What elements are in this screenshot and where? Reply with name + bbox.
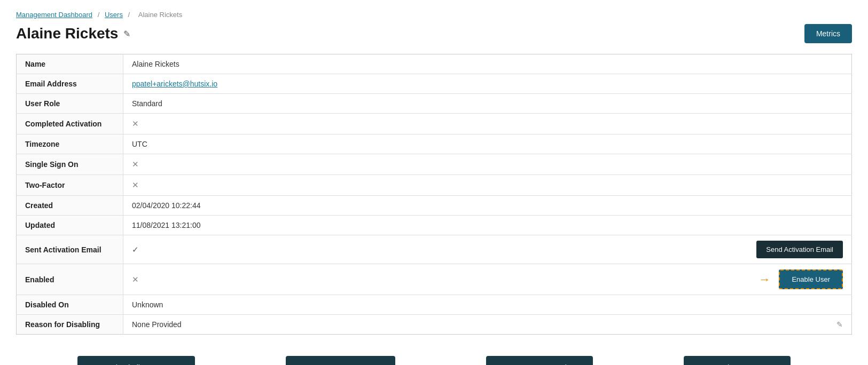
- field-label-timezone: Timezone: [17, 134, 123, 154]
- check-icon: ✓: [132, 245, 139, 255]
- send-activation-email-button[interactable]: Send Activation Email: [756, 241, 843, 258]
- table-row: Enabled ✕ → Enable User: [17, 264, 852, 295]
- field-value-sso: ✕: [123, 154, 852, 175]
- sent-activation-row: ✓ Send Activation Email: [132, 241, 843, 258]
- field-value-two-factor: ✕: [123, 175, 852, 196]
- field-label-two-factor: Two-Factor: [17, 175, 123, 196]
- field-label-email: Email Address: [17, 74, 123, 94]
- delete-user-button[interactable]: Delete user: [684, 356, 791, 365]
- table-row: Sent Activation Email ✓ Send Activation …: [17, 235, 852, 264]
- field-value-created: 02/04/2020 10:22:44: [123, 196, 852, 216]
- field-label-name: Name: [17, 54, 123, 74]
- page-title: Alaine Rickets: [16, 25, 118, 42]
- arrow-right-icon: →: [758, 273, 770, 287]
- cross-icon: ✕: [132, 160, 139, 169]
- field-value-updated: 11/08/2021 13:21:00: [123, 216, 852, 235]
- email-link[interactable]: ppatel+arickets@hutsix.io: [132, 80, 217, 88]
- metrics-button[interactable]: Metrics: [804, 24, 852, 43]
- table-row: Reason for Disabling None Provided ✎: [17, 315, 852, 335]
- edit-page-icon[interactable]: ✎: [123, 29, 130, 39]
- download-all-user-data-button[interactable]: Download All User Data: [77, 356, 195, 365]
- table-row: Timezone UTC: [17, 134, 852, 154]
- cross-icon: ✕: [132, 180, 139, 189]
- field-label-reason-disabling: Reason for Disabling: [17, 315, 123, 335]
- page-title-row: Alaine Rickets ✎: [16, 25, 130, 42]
- cross-icon: ✕: [132, 119, 139, 128]
- breadcrumb-users[interactable]: Users: [105, 11, 123, 19]
- table-row: User Role Standard: [17, 94, 852, 114]
- enable-user-wrapper: → Enable User: [758, 269, 843, 289]
- table-row: Updated 11/08/2021 13:21:00: [17, 216, 852, 235]
- field-value-reason-disabling: None Provided ✎: [123, 315, 852, 335]
- two-factor-recovery-button[interactable]: Two-Factor Recovery: [286, 356, 395, 365]
- field-value-email: ppatel+arickets@hutsix.io: [123, 74, 852, 94]
- user-info-table: Name Alaine Rickets Email Address ppatel…: [16, 54, 852, 335]
- enabled-row: ✕ → Enable User: [132, 269, 843, 289]
- field-value-name: Alaine Rickets: [123, 54, 852, 74]
- breadcrumb-management-dashboard[interactable]: Management Dashboard: [16, 11, 92, 19]
- breadcrumb: Management Dashboard / Users / Alaine Ri…: [16, 11, 852, 19]
- page-header: Alaine Rickets ✎ Metrics: [16, 24, 852, 43]
- field-value-user-role: Standard: [123, 94, 852, 114]
- field-label-sso: Single Sign On: [17, 154, 123, 175]
- breadcrumb-current: Alaine Rickets: [138, 11, 182, 19]
- field-label-completed-activation: Completed Activation: [17, 114, 123, 134]
- field-label-user-role: User Role: [17, 94, 123, 114]
- reset-password-button[interactable]: Reset Password: [486, 356, 593, 365]
- breadcrumb-separator-1: /: [98, 11, 100, 19]
- field-label-disabled-on: Disabled On: [17, 295, 123, 315]
- breadcrumb-separator-2: /: [128, 11, 130, 19]
- cross-icon: ✕: [132, 275, 139, 284]
- enable-user-button[interactable]: Enable User: [779, 269, 843, 289]
- table-row: Disabled On Unknown: [17, 295, 852, 315]
- field-label-sent-activation: Sent Activation Email: [17, 235, 123, 264]
- field-value-timezone: UTC: [123, 134, 852, 154]
- field-label-enabled: Enabled: [17, 264, 123, 295]
- field-label-updated: Updated: [17, 216, 123, 235]
- field-value-sent-activation: ✓ Send Activation Email: [123, 235, 852, 264]
- table-row: Two-Factor ✕: [17, 175, 852, 196]
- table-row: Created 02/04/2020 10:22:44: [17, 196, 852, 216]
- field-value-completed-activation: ✕: [123, 114, 852, 134]
- field-value-disabled-on: Unknown: [123, 295, 852, 315]
- table-row: Completed Activation ✕: [17, 114, 852, 134]
- table-row: Single Sign On ✕: [17, 154, 852, 175]
- edit-reason-icon[interactable]: ✎: [836, 320, 843, 329]
- field-label-created: Created: [17, 196, 123, 216]
- field-value-enabled: ✕ → Enable User: [123, 264, 852, 295]
- table-row: Email Address ppatel+arickets@hutsix.io: [17, 74, 852, 94]
- bottom-actions: Download All User Data Two-Factor Recove…: [16, 351, 852, 365]
- table-row: Name Alaine Rickets: [17, 54, 852, 74]
